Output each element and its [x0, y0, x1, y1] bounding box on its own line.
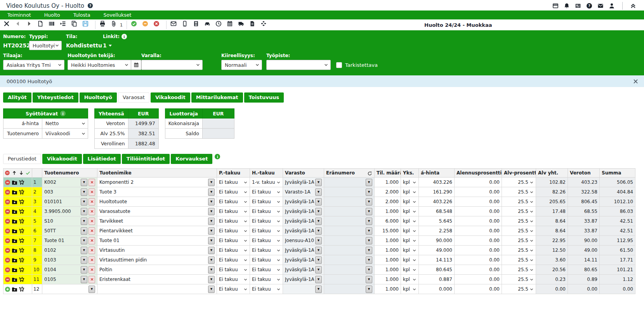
- chevrons-up-icon[interactable]: [630, 3, 636, 9]
- cell-h-takuu[interactable]: Ei takuu: [250, 207, 283, 216]
- barcode-icon[interactable]: [49, 21, 58, 29]
- cart-plus-icon[interactable]: [19, 209, 24, 214]
- minus-circle-icon[interactable]: [5, 180, 10, 185]
- cell-p-takuu[interactable]: Ei takuu: [217, 207, 250, 216]
- cell-yks[interactable]: kpl: [401, 236, 419, 246]
- clear-product-button[interactable]: [89, 218, 95, 225]
- cell-alennusprosentti[interactable]: 0.00: [455, 226, 502, 236]
- cell-h-takuu[interactable]: Ei takuu: [250, 284, 283, 294]
- dropdown-button[interactable]: [366, 227, 372, 235]
- cell-h-takuu[interactable]: Ei takuu: [250, 246, 283, 255]
- cell-alennusprosentti[interactable]: 0.00: [455, 207, 502, 216]
- cell-varasto[interactable]: Jyväskylä-1A: [283, 197, 324, 207]
- yks-select[interactable]: kpl: [403, 248, 417, 253]
- cell-eranumero[interactable]: [324, 207, 375, 216]
- worklist-icon[interactable]: [60, 21, 69, 29]
- p-takuu-select[interactable]: Ei takuu: [219, 209, 248, 214]
- folder-plus-icon[interactable]: [12, 218, 17, 224]
- calculator-icon[interactable]: [193, 21, 202, 29]
- yks-select[interactable]: kpl: [403, 180, 417, 185]
- cart-plus-icon[interactable]: [19, 189, 24, 195]
- dropdown-button[interactable]: [366, 198, 372, 206]
- folder-plus-icon[interactable]: [12, 286, 17, 292]
- dropdown-button[interactable]: [315, 198, 322, 206]
- cell-h-takuu[interactable]: Ei takuu: [250, 236, 283, 246]
- cell-alv-prosentti[interactable]: 25.5: [502, 226, 536, 236]
- cell-tuotenimike[interactable]: Huoltotuote: [97, 197, 217, 207]
- cell-varasto[interactable]: Jyväskylä-1A: [283, 226, 324, 236]
- cell-p-takuu[interactable]: Ei takuu: [217, 178, 250, 187]
- cell-h-takuu[interactable]: Ei takuu: [250, 187, 283, 197]
- cell-til-maara[interactable]: 15.000: [375, 226, 401, 236]
- alv-prosentti-select[interactable]: 25.5: [504, 267, 534, 272]
- menu-item-sovellukset[interactable]: Sovellukset: [97, 10, 138, 19]
- tyyppi-select[interactable]: Huoltotyö: [29, 41, 62, 50]
- cell-tuotenumero[interactable]: 0103: [42, 255, 97, 265]
- yks-select[interactable]: kpl: [403, 257, 417, 263]
- prev-icon[interactable]: [15, 21, 24, 29]
- cell-eranumero[interactable]: [324, 275, 375, 284]
- cell-varasto[interactable]: Joensuu-A101: [283, 236, 324, 246]
- cell-h-takuu[interactable]: 1-v. takuu: [250, 178, 283, 187]
- dropdown-button[interactable]: [315, 266, 322, 274]
- alv-prosentti-select[interactable]: 25.5: [504, 218, 534, 224]
- menu-item-toiminnot[interactable]: Toiminnot: [1, 10, 38, 19]
- clear-product-button[interactable]: [89, 266, 95, 274]
- cell-h-takuu[interactable]: Ei takuu: [250, 255, 283, 265]
- cell-tuotenimike[interactable]: Pientarvikkeet: [97, 226, 217, 236]
- cart-plus-icon[interactable]: [19, 267, 24, 273]
- info-icon[interactable]: [60, 111, 66, 116]
- h-takuu-select[interactable]: Ei takuu: [252, 257, 281, 263]
- h-takuu-select[interactable]: Ei takuu: [252, 277, 281, 282]
- folder-plus-icon[interactable]: [12, 248, 17, 253]
- cell-a-hinta[interactable]: 403.226: [419, 178, 455, 187]
- help-icon[interactable]: ?: [87, 3, 93, 9]
- dropdown-button[interactable]: [208, 198, 215, 206]
- cell-h-takuu[interactable]: Ei takuu: [250, 226, 283, 236]
- cell-tuotenumero[interactable]: 50TT: [42, 226, 97, 236]
- dropdown-button[interactable]: [208, 286, 215, 293]
- cell-alennusprosentti[interactable]: 0.00: [455, 284, 502, 294]
- cell-alv-prosentti[interactable]: 25.5: [502, 284, 536, 294]
- cell-varasto[interactable]: Jyväskylä-1A: [283, 216, 324, 226]
- cart-plus-icon[interactable]: [19, 199, 24, 205]
- cell-tuotenimike[interactable]: [97, 284, 217, 294]
- cell-yks[interactable]: kpl: [401, 265, 419, 275]
- cell-alennusprosentti[interactable]: 0.00: [455, 187, 502, 197]
- cell-eranumero[interactable]: [324, 178, 375, 187]
- dropdown-button[interactable]: [208, 256, 215, 264]
- cell-yks[interactable]: kpl: [401, 246, 419, 255]
- yks-select[interactable]: kpl: [403, 209, 417, 214]
- dropdown-button[interactable]: [81, 218, 87, 225]
- cell-tuotenumero[interactable]: [42, 284, 97, 294]
- yks-select[interactable]: kpl: [403, 189, 417, 195]
- h-takuu-select[interactable]: Ei takuu: [252, 286, 281, 292]
- p-takuu-select[interactable]: Ei takuu: [219, 199, 248, 204]
- cell-tuotenumero[interactable]: Tuote 01: [42, 236, 97, 246]
- new-document-icon[interactable]: [37, 21, 47, 29]
- cell-h-takuu[interactable]: Ei takuu: [250, 197, 283, 207]
- p-takuu-select[interactable]: Ei takuu: [219, 189, 248, 195]
- cell-p-takuu[interactable]: Ei takuu: [217, 187, 250, 197]
- cell-yks[interactable]: kpl: [401, 216, 419, 226]
- clear-product-button[interactable]: [89, 256, 95, 264]
- dropdown-button[interactable]: [81, 188, 87, 196]
- cell-varasto[interactable]: Jyväskylä-1A: [283, 255, 324, 265]
- tab-alityot[interactable]: Alityöt: [3, 92, 31, 103]
- tarkistettava-checkbox[interactable]: [336, 62, 342, 68]
- dropdown-button[interactable]: [208, 237, 215, 244]
- dropdown-button[interactable]: [81, 208, 87, 215]
- minus-circle-icon[interactable]: [5, 189, 10, 195]
- cell-a-hinta[interactable]: 2.258: [419, 226, 455, 236]
- cell-alv-prosentti[interactable]: 25.5: [502, 178, 536, 187]
- cell-a-hinta[interactable]: 90.000: [419, 236, 455, 246]
- printer-icon[interactable]: [99, 21, 109, 29]
- dropdown-button[interactable]: [315, 218, 322, 225]
- reject-icon[interactable]: [153, 21, 163, 29]
- cell-tuotenumero[interactable]: 010101: [42, 197, 97, 207]
- cart-plus-icon[interactable]: [19, 248, 24, 253]
- dropdown-button[interactable]: [315, 179, 322, 186]
- cell-p-takuu[interactable]: Ei takuu: [217, 246, 250, 255]
- alv-prosentti-select[interactable]: 25.5: [504, 209, 534, 214]
- tekija-select[interactable]: Heikki Huoltomies: [68, 60, 131, 70]
